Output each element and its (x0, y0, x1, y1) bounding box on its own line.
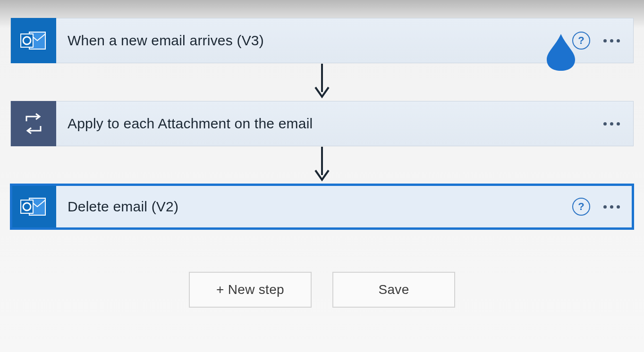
more-menu[interactable] (603, 39, 620, 42)
help-icon[interactable]: ? (572, 198, 590, 216)
more-menu[interactable] (603, 122, 620, 126)
step-trigger[interactable]: When a new email arrives (V3) ? (10, 18, 634, 63)
outlook-icon (11, 18, 56, 63)
footer-buttons: + New step Save (189, 272, 455, 308)
step-apply-to-each[interactable]: Apply to each Attachment on the email (10, 101, 634, 146)
step-actions (603, 122, 620, 126)
step-trigger-wrap: When a new email arrives (V3) ? (10, 18, 634, 63)
step-actions: ? (572, 198, 620, 216)
flow-canvas: When a new email arrives (V3) ? (0, 0, 644, 308)
step-title: Delete email (V2) (68, 199, 572, 215)
connector-arrow (313, 63, 331, 101)
loop-icon (11, 101, 56, 146)
step-actions: ? (572, 32, 620, 50)
outlook-icon (11, 184, 56, 229)
step-title: When a new email arrives (V3) (68, 33, 572, 49)
step-delete-email[interactable]: Delete email (V2) ? (10, 184, 634, 229)
save-button[interactable]: Save (332, 272, 455, 308)
more-menu[interactable] (603, 205, 620, 209)
droplet-icon (544, 32, 578, 74)
step-title: Apply to each Attachment on the email (68, 116, 603, 132)
new-step-button[interactable]: + New step (189, 272, 312, 308)
connector-arrow (313, 146, 331, 184)
